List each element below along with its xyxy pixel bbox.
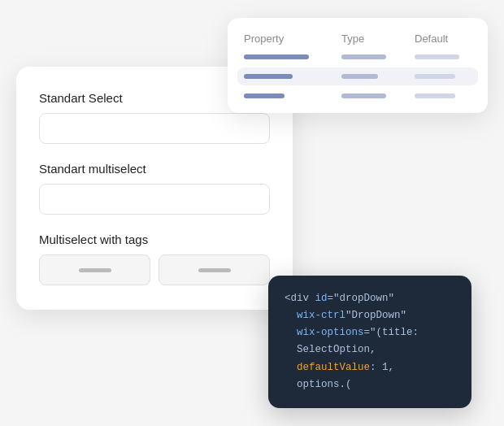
table-cell-2 (341, 54, 415, 59)
cell-bar (341, 74, 378, 79)
cell-bar (415, 54, 459, 59)
table-cell-1 (244, 93, 341, 98)
code-span (285, 362, 297, 373)
form-label-tags: Multiselect with tags (39, 233, 270, 246)
code-line-1: <div id="dropDown" (285, 290, 455, 307)
code-line-3: wix-options="(title: (285, 324, 455, 341)
table-col-property: Property (244, 33, 341, 45)
table-card: Property Type Default (228, 18, 488, 113)
code-span: =" (328, 293, 340, 304)
table-rows (244, 54, 471, 98)
form-section-multiselect: Standart multiselect (39, 162, 270, 215)
table-cell-2 (341, 93, 415, 98)
code-span: <div (285, 293, 315, 304)
code-attr-ctrl: wix-ctrl (285, 310, 345, 321)
tag-input-1[interactable] (39, 254, 150, 285)
form-input-multiselect[interactable] (39, 184, 270, 215)
code-attr-id: id (315, 293, 328, 304)
form-label-multiselect: Standart multiselect (39, 162, 270, 176)
code-span: SelectOption, (285, 344, 376, 355)
table-cell-3 (415, 54, 471, 59)
code-line-5: defaultValue: 1, (285, 359, 455, 376)
cell-bar (244, 74, 293, 79)
cell-bar (244, 93, 285, 98)
code-val: "DropDown" (345, 310, 406, 321)
table-cell-3 (415, 93, 471, 98)
table-cell-1 (244, 54, 341, 59)
code-span: : 1, (370, 362, 394, 373)
tag-bar-1 (79, 268, 111, 272)
table-row (244, 54, 471, 59)
code-card: <div id="dropDown" wix-ctrl"DropDown" wi… (268, 276, 471, 409)
code-span: options.( (285, 379, 352, 390)
code-val: dropDown (340, 293, 389, 304)
code-span: " (389, 293, 395, 304)
form-section-tags: Multiselect with tags (39, 233, 270, 285)
table-row (244, 93, 471, 98)
cell-bar (341, 93, 386, 98)
table-cell-3 (415, 74, 471, 79)
cell-bar (415, 74, 455, 79)
tags-row (39, 254, 270, 285)
table-header: Property Type Default (244, 33, 471, 45)
scene: Property Type Default (16, 18, 488, 408)
code-highlight-defaultValue: defaultValue (297, 362, 370, 373)
table-col-default: Default (415, 33, 471, 45)
cell-bar (244, 54, 309, 59)
table-col-type: Type (341, 33, 415, 45)
cell-bar (415, 93, 455, 98)
cell-bar (341, 54, 386, 59)
table-cell-2 (341, 74, 415, 79)
code-line-6: options.( (285, 376, 455, 393)
table-cell-1 (244, 74, 341, 79)
tag-bar-2 (198, 268, 231, 272)
code-span: ="(title: (364, 327, 419, 338)
code-attr-options: wix-options (285, 327, 364, 338)
code-line-2: wix-ctrl"DropDown" (285, 307, 455, 324)
table-row-highlighted (237, 67, 478, 85)
form-input-select[interactable] (39, 113, 270, 144)
tag-input-2[interactable] (159, 254, 270, 285)
code-line-4: SelectOption, (285, 341, 455, 359)
